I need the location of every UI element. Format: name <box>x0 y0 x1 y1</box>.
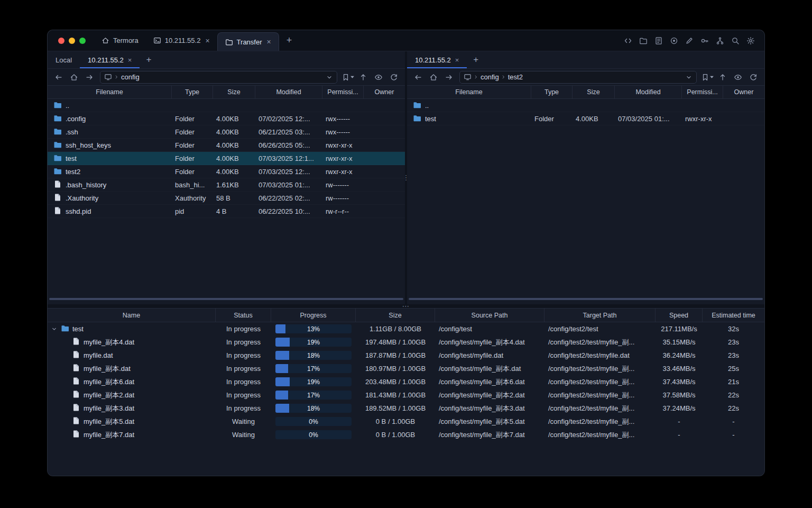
file-row[interactable]: test2 Folder 4.00KB 07/03/2025 12:... rw… <box>48 165 405 178</box>
path-field[interactable]: configtest2 <box>459 71 697 84</box>
file-row[interactable]: sshd.pid pid 4 B 06/22/2025 10:... rw-r-… <box>48 205 405 218</box>
tab-local[interactable]: Local <box>48 51 80 68</box>
zoom-window-button[interactable] <box>79 38 86 44</box>
transfer-row[interactable]: myfile_副本6.dat In progress 19% 203.48MB … <box>48 375 764 388</box>
transfer-row[interactable]: myfile_副本4.dat In progress 19% 197.48MB … <box>48 335 764 349</box>
column-header-size[interactable]: Size <box>573 86 615 98</box>
column-header-size[interactable]: Size <box>213 86 255 98</box>
breadcrumb-item[interactable]: config <box>480 73 500 81</box>
file-row[interactable]: .Xauthority Xauthority 58 B 06/22/2025 0… <box>48 192 405 205</box>
transfer-row[interactable]: myfile_副本2.dat In progress 17% 181.43MB … <box>48 388 764 402</box>
pencil-icon[interactable] <box>685 37 694 45</box>
tab-left-host[interactable]: 10.211.55.2 × <box>80 51 140 68</box>
tab-host-terminal[interactable]: 10.211.55.2 × <box>146 30 217 51</box>
column-header-name[interactable]: Name <box>48 309 216 322</box>
folder-icon[interactable] <box>639 37 648 45</box>
tab-right-host[interactable]: 10.211.55.2 × <box>407 51 467 68</box>
file-type: Folder <box>172 141 213 149</box>
file-icon <box>72 350 80 360</box>
close-tab-icon[interactable]: × <box>205 37 209 44</box>
refresh-button[interactable] <box>387 71 401 84</box>
column-header-type[interactable]: Type <box>531 86 573 98</box>
back-button[interactable] <box>411 71 425 84</box>
up-directory-button[interactable] <box>356 71 370 84</box>
horizontal-scrollbar[interactable] <box>49 298 403 300</box>
search-icon[interactable] <box>731 37 740 45</box>
home-button[interactable] <box>67 71 81 84</box>
toggle-hidden-button[interactable] <box>372 71 385 84</box>
progress-label: 13% <box>275 324 352 333</box>
close-window-button[interactable] <box>58 38 64 44</box>
column-header-permissions[interactable]: Permissi... <box>682 86 723 98</box>
column-header-progress[interactable]: Progress <box>271 309 356 322</box>
minimize-window-button[interactable] <box>69 38 75 44</box>
forward-button[interactable] <box>82 71 96 84</box>
file-row[interactable]: ssh_host_keys Folder 4.00KB 06/26/2025 0… <box>48 139 405 152</box>
transfer-eta: - <box>703 431 764 439</box>
column-header-status[interactable]: Status <box>216 309 271 322</box>
bookmark-icon <box>701 73 709 81</box>
transfer-row[interactable]: myfile.dat In progress 18% 187.87MB / 1.… <box>48 349 764 362</box>
breadcrumb-item[interactable]: config <box>121 73 140 81</box>
close-tab-icon[interactable]: × <box>267 38 271 46</box>
back-button[interactable] <box>52 71 66 84</box>
settings-icon[interactable] <box>746 37 755 45</box>
tab-label: Transfer <box>237 38 262 46</box>
bookmark-button[interactable] <box>700 71 714 84</box>
close-tab-icon[interactable]: × <box>128 57 132 64</box>
branch-icon[interactable] <box>716 37 724 45</box>
transfer-row[interactable]: myfile_副本3.dat In progress 18% 189.52MB … <box>48 402 764 415</box>
key-icon[interactable] <box>700 37 709 45</box>
file-row[interactable]: .config Folder 4.00KB 07/02/2025 12:... … <box>48 112 405 125</box>
path-dropdown-icon[interactable] <box>685 74 693 81</box>
column-header-owner[interactable]: Owner <box>723 86 764 98</box>
transfer-row[interactable]: myfile_副本7.dat Waiting 0% 0 B / 1.00GB /… <box>48 428 764 441</box>
column-header-modified[interactable]: Modified <box>255 86 322 98</box>
new-panel-tab-button[interactable]: + <box>140 51 158 68</box>
home-button[interactable] <box>427 71 440 84</box>
transfer-row[interactable]: myfile_副本.dat In progress 17% 180.97MB /… <box>48 362 764 375</box>
expand-chevron-icon[interactable] <box>51 325 58 332</box>
bookmark-button[interactable] <box>341 71 355 84</box>
file-row[interactable]: test Folder 4.00KB 07/03/2025 01:... rwx… <box>407 112 764 125</box>
transfer-table-header: Name Status Progress Size Source Path Ta… <box>48 309 764 322</box>
forward-button[interactable] <box>442 71 456 84</box>
journal-icon[interactable] <box>654 37 663 45</box>
column-header-permissions[interactable]: Permissi... <box>322 86 364 98</box>
column-header-size[interactable]: Size <box>356 309 435 322</box>
path-field[interactable]: config <box>100 71 337 84</box>
column-header-type[interactable]: Type <box>172 86 213 98</box>
tab-termora[interactable]: Termora <box>94 30 146 51</box>
horizontal-scrollbar[interactable] <box>409 298 763 300</box>
breadcrumb-item[interactable]: test2 <box>508 73 523 81</box>
file-row[interactable]: .bash_history bash_hi... 1.61KB 07/03/20… <box>48 178 405 192</box>
column-header-owner[interactable]: Owner <box>364 86 405 98</box>
path-dropdown-icon[interactable] <box>326 74 333 81</box>
column-header-estimated-time[interactable]: Estimated time <box>703 309 764 322</box>
transfer-row[interactable]: test In progress 13% 1.11GB / 8.00GB /co… <box>48 322 764 335</box>
column-header-filename[interactable]: Filename <box>48 86 172 98</box>
file-row[interactable]: .ssh Folder 4.00KB 06/21/2025 03:... rwx… <box>48 125 405 139</box>
toggle-hidden-button[interactable] <box>731 71 745 84</box>
file-row[interactable]: .. <box>48 99 405 112</box>
splitter-handle[interactable]: ⋯ <box>402 302 410 309</box>
tab-transfer[interactable]: Transfer × <box>217 32 279 51</box>
column-header-filename[interactable]: Filename <box>407 86 531 98</box>
new-panel-tab-button[interactable]: + <box>467 51 485 68</box>
horizontal-splitter[interactable]: ⋯ <box>48 304 764 309</box>
column-header-modified[interactable]: Modified <box>615 86 682 98</box>
file-name: .config <box>66 115 86 123</box>
file-row[interactable]: test Folder 4.00KB 07/03/2025 12:1... rw… <box>48 152 405 165</box>
transfer-row[interactable]: myfile_副本5.dat Waiting 0% 0 B / 1.00GB /… <box>48 415 764 428</box>
refresh-button[interactable] <box>746 71 760 84</box>
column-header-speed[interactable]: Speed <box>656 309 703 322</box>
file-icon <box>53 193 62 203</box>
record-icon[interactable] <box>670 37 678 45</box>
file-row[interactable]: .. <box>407 99 764 112</box>
new-tab-button[interactable]: + <box>279 30 300 51</box>
up-directory-button[interactable] <box>716 71 730 84</box>
close-tab-icon[interactable]: × <box>455 57 459 64</box>
code-icon[interactable] <box>624 37 632 45</box>
column-header-target-path[interactable]: Target Path <box>545 309 656 322</box>
column-header-source-path[interactable]: Source Path <box>435 309 545 322</box>
